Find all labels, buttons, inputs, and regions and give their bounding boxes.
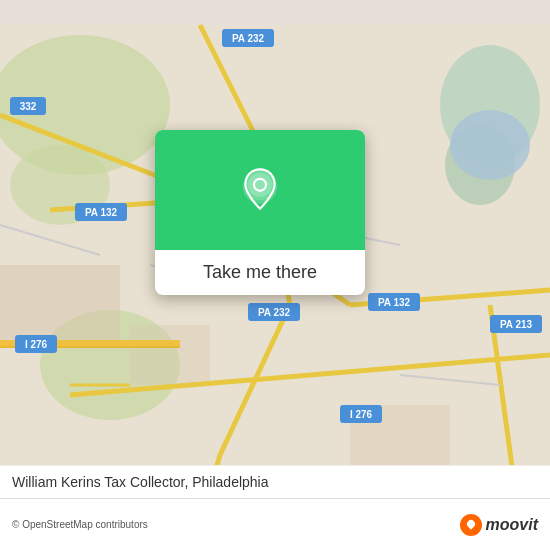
svg-text:332: 332 — [20, 101, 37, 112]
svg-text:PA 132: PA 132 — [378, 297, 411, 308]
popup-green-header — [155, 130, 365, 250]
map-pin-icon — [236, 166, 284, 214]
popup-card: Take me there — [155, 130, 365, 295]
svg-rect-7 — [0, 265, 120, 345]
svg-text:I 276: I 276 — [350, 409, 373, 420]
map-container: PA 232 PA 132 PA 232 PA 132 I 276 PA 213… — [0, 0, 550, 550]
moovit-text: moovit — [486, 516, 538, 534]
map-attribution: © OpenStreetMap contributors — [12, 519, 148, 530]
location-name: William Kerins Tax Collector, Philadelph… — [12, 474, 269, 490]
svg-rect-8 — [130, 325, 210, 385]
bottom-bar: © OpenStreetMap contributors moovit — [0, 498, 550, 550]
svg-text:PA 232: PA 232 — [232, 33, 265, 44]
svg-point-6 — [450, 110, 530, 180]
take-me-there-button[interactable]: Take me there — [155, 250, 365, 295]
moovit-icon — [460, 514, 482, 536]
location-title-bar: William Kerins Tax Collector, Philadelph… — [0, 465, 550, 498]
svg-text:I 276: I 276 — [25, 339, 48, 350]
svg-text:PA 232: PA 232 — [258, 307, 291, 318]
svg-text:PA 132: PA 132 — [85, 207, 118, 218]
moovit-logo: moovit — [460, 514, 538, 536]
moovit-pin-shape — [465, 518, 476, 529]
svg-point-47 — [248, 173, 272, 197]
svg-text:PA 213: PA 213 — [500, 319, 533, 330]
